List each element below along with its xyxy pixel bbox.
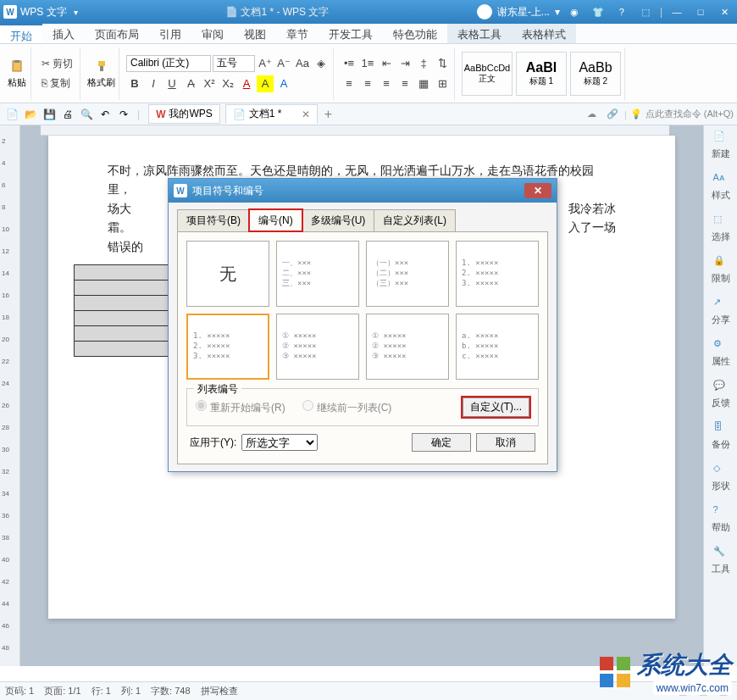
sort-button[interactable]: ⇅: [434, 55, 451, 72]
tab-developer[interactable]: 开发工具: [319, 24, 383, 43]
highlight-button[interactable]: A: [257, 75, 274, 92]
dialog-tab-multilevel[interactable]: 多级编号(U): [302, 209, 375, 231]
new-icon[interactable]: 📄: [3, 106, 20, 123]
dialog-tab-numbering[interactable]: 编号(N): [249, 209, 302, 231]
sidebar-feedback[interactable]: 💬反馈: [712, 380, 730, 409]
dialog-tab-bullets[interactable]: 项目符号(B): [177, 209, 250, 231]
subscript-button[interactable]: X₂: [219, 75, 236, 92]
add-tab-icon[interactable]: +: [319, 106, 336, 123]
paste-button[interactable]: [7, 58, 27, 75]
borders-button[interactable]: ⊞: [434, 75, 451, 92]
cut-button[interactable]: ✂剪切: [38, 55, 76, 73]
style-alpha[interactable]: a. ×××××b. ×××××c. ×××××: [456, 314, 539, 380]
style-heading1[interactable]: AaBl 标题 1: [516, 52, 567, 96]
style-normal[interactable]: AaBbCcDd 正文: [462, 52, 513, 96]
font-size-select[interactable]: [213, 55, 255, 72]
dialog-tab-custom-list[interactable]: 自定义列表(L): [374, 209, 456, 231]
print-icon[interactable]: 🖨: [59, 106, 76, 123]
shading-button[interactable]: ▦: [415, 75, 432, 92]
minimize-button[interactable]: —: [668, 4, 686, 19]
search-command-hint[interactable]: 点此查找命令 (Alt+Q): [646, 108, 734, 120]
options-icon[interactable]: ⬚: [636, 4, 655, 19]
user-dropdown-icon[interactable]: ▾: [555, 6, 560, 18]
sidebar-tools[interactable]: 🔧工具: [712, 546, 730, 575]
number-list-button[interactable]: 1≡: [359, 55, 376, 72]
sidebar-properties[interactable]: ⚙属性: [712, 338, 730, 368]
align-center-button[interactable]: ≡: [359, 75, 376, 92]
close-button[interactable]: ✕: [715, 4, 734, 19]
tab-page-layout[interactable]: 页面布局: [85, 24, 149, 43]
tab-start[interactable]: 开始: [0, 24, 42, 43]
sidebar-shapes[interactable]: ◇形状: [712, 463, 730, 492]
decrease-font-icon[interactable]: A⁻: [275, 55, 292, 72]
font-select[interactable]: [126, 55, 211, 72]
status-page-total[interactable]: 页面: 1/1: [44, 685, 80, 697]
browser-icon[interactable]: ◉: [565, 4, 584, 19]
tab-references[interactable]: 引用: [149, 24, 191, 43]
close-tab-icon[interactable]: ✕: [302, 108, 310, 120]
sidebar-backup[interactable]: 🗄备份: [712, 421, 730, 451]
line-spacing-button[interactable]: ‡: [415, 55, 432, 72]
user-avatar-icon[interactable]: [477, 4, 492, 19]
tab-table-tools[interactable]: 表格工具: [447, 24, 512, 43]
print-preview-icon[interactable]: 🔍: [78, 106, 95, 123]
bullet-list-button[interactable]: •≡: [341, 55, 357, 72]
style-chinese-1[interactable]: 一、×××二、×××三、×××: [276, 241, 359, 307]
sidebar-share[interactable]: ↗分享: [712, 297, 730, 326]
change-case-icon[interactable]: Aa: [294, 55, 311, 72]
sidebar-help[interactable]: ?帮助: [712, 504, 730, 534]
status-spellcheck[interactable]: 拼写检查: [201, 685, 238, 697]
align-justify-button[interactable]: ≡: [396, 75, 413, 92]
tab-review[interactable]: 审阅: [191, 24, 234, 43]
superscript-button[interactable]: X²: [201, 75, 218, 92]
strikethrough-button[interactable]: A̶: [182, 75, 199, 92]
copy-button[interactable]: ⎘复制: [38, 75, 74, 92]
text-effects-button[interactable]: A: [275, 75, 292, 92]
redo-icon[interactable]: ↷: [115, 106, 132, 123]
save-icon[interactable]: 💾: [41, 106, 58, 123]
sidebar-select[interactable]: ⬚选择: [712, 214, 730, 243]
status-words[interactable]: 字数: 748: [151, 685, 190, 697]
sidebar-restrict[interactable]: 🔒限制: [712, 255, 730, 285]
style-none[interactable]: 无: [186, 241, 269, 307]
customize-button[interactable]: 自定义(T)...: [463, 397, 529, 417]
status-page-num[interactable]: 页码: 1: [5, 685, 34, 697]
cancel-button[interactable]: 取消: [476, 433, 535, 452]
radio-continue[interactable]: 继续前一列表(C): [302, 400, 392, 415]
format-painter-button[interactable]: [91, 58, 112, 75]
bold-button[interactable]: B: [126, 75, 143, 92]
style-arabic-2[interactable]: 1. ×××××2. ×××××3. ×××××: [186, 314, 269, 380]
doc-tab-wps[interactable]: W 我的WPS: [148, 104, 220, 124]
increase-font-icon[interactable]: A⁺: [257, 55, 274, 72]
dialog-close-button[interactable]: ✕: [524, 183, 551, 198]
tab-section[interactable]: 章节: [276, 24, 319, 43]
style-chinese-paren[interactable]: （一）×××（二）×××（三）×××: [366, 241, 449, 307]
cloud-icon[interactable]: ☁: [584, 106, 601, 123]
help-icon[interactable]: ?: [612, 4, 631, 19]
share-icon[interactable]: 🔗: [604, 106, 621, 123]
doc-tab-doc1[interactable]: 📄 文档1 * ✕: [225, 104, 319, 124]
tab-features[interactable]: 特色功能: [383, 24, 447, 43]
shirt-icon[interactable]: 👕: [589, 4, 607, 19]
tab-insert[interactable]: 插入: [42, 24, 85, 43]
tab-view[interactable]: 视图: [234, 24, 276, 43]
ok-button[interactable]: 确定: [412, 433, 471, 452]
tab-table-styles[interactable]: 表格样式: [512, 24, 576, 43]
radio-restart[interactable]: 重新开始编号(R): [196, 400, 285, 415]
align-right-button[interactable]: ≡: [378, 75, 395, 92]
dialog-title-bar[interactable]: W 项目符号和编号 ✕: [169, 179, 557, 203]
style-circled-2[interactable]: ① ×××××② ×××××③ ×××××: [366, 314, 449, 380]
indent-decrease-button[interactable]: ⇤: [378, 55, 395, 72]
indent-increase-button[interactable]: ⇥: [396, 55, 413, 72]
clear-format-icon[interactable]: ◈: [313, 55, 330, 72]
sidebar-style[interactable]: Aᴀ样式: [712, 172, 730, 202]
apply-to-select[interactable]: 所选文字: [241, 434, 318, 451]
undo-icon[interactable]: ↶: [97, 106, 114, 123]
style-circled-1[interactable]: ① ×××××② ×××××③ ×××××: [276, 314, 359, 380]
font-color-button[interactable]: A: [238, 75, 255, 92]
align-left-button[interactable]: ≡: [341, 75, 357, 92]
maximize-button[interactable]: □: [691, 4, 710, 19]
style-arabic-1[interactable]: 1. ×××××2. ×××××3. ×××××: [456, 241, 539, 307]
italic-button[interactable]: I: [145, 75, 162, 92]
user-name[interactable]: 谢东星-上...: [497, 5, 550, 19]
